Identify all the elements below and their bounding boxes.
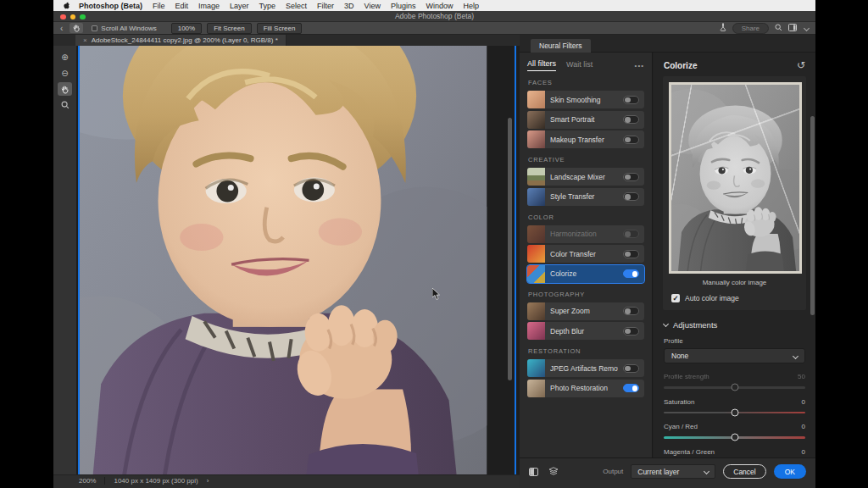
- filter-toggle[interactable]: [623, 364, 639, 373]
- more-options-icon[interactable]: •••: [635, 62, 644, 69]
- status-divider: [104, 477, 105, 485]
- filter-thumbnail: [527, 130, 545, 148]
- menubar-item-layer[interactable]: Layer: [225, 2, 254, 10]
- fill-screen-button[interactable]: Fill Screen: [257, 23, 303, 34]
- chevron-down-icon: [793, 352, 798, 358]
- menubar-item-file[interactable]: File: [147, 2, 170, 10]
- filter-item-smart-portrait[interactable]: Smart Portrait: [527, 111, 644, 129]
- menubar-item-app[interactable]: Photoshop (Beta): [74, 2, 147, 10]
- tool-strip: ⊕ ⊖: [53, 46, 76, 474]
- fit-screen-button[interactable]: Fit Screen: [207, 23, 251, 34]
- filter-item-landscape-mixer[interactable]: Landscape Mixer: [527, 168, 644, 186]
- slider-track[interactable]: [664, 412, 805, 414]
- slider-track[interactable]: [664, 386, 805, 389]
- cancel-button[interactable]: Cancel: [723, 464, 765, 479]
- minimize-window-button[interactable]: [70, 14, 76, 20]
- zoom-100-button[interactable]: 100%: [171, 23, 202, 34]
- back-chevron-icon[interactable]: ‹: [53, 24, 70, 33]
- adjustments-title[interactable]: Adjustments: [673, 320, 717, 330]
- filter-item-style-transfer[interactable]: Style Transfer: [527, 188, 644, 206]
- slider-handle[interactable]: [731, 384, 738, 391]
- ok-button[interactable]: OK: [774, 464, 806, 479]
- canvas-scrollbar[interactable]: [508, 118, 512, 380]
- zoom-in-tool-icon[interactable]: ⊕: [58, 50, 72, 64]
- filter-toggle[interactable]: [623, 307, 639, 315]
- filter-thumbnail: [527, 265, 545, 283]
- document-tab[interactable]: × AdobeStock_24844411 copy2.jpg @ 200% (…: [75, 35, 287, 46]
- preview-split-icon[interactable]: [529, 464, 538, 480]
- status-chevron-icon[interactable]: ›: [207, 477, 209, 485]
- slider-handle[interactable]: [731, 408, 738, 416]
- menubar-item-image[interactable]: Image: [193, 2, 225, 10]
- neural-filters-tab[interactable]: Neural Filters: [531, 39, 591, 53]
- filter-item-color-transfer[interactable]: Color Transfer: [527, 245, 644, 263]
- filter-item-jpeg-artifacts-removal[interactable]: JPEG Artifacts Removal: [527, 359, 644, 377]
- menubar-item-3d[interactable]: 3D: [339, 2, 359, 10]
- beta-flask-icon[interactable]: [720, 23, 726, 33]
- share-button[interactable]: Share: [732, 23, 769, 34]
- menubar-item-type[interactable]: Type: [254, 2, 281, 10]
- filter-toggle[interactable]: [623, 96, 639, 104]
- chevron-down-icon: [804, 25, 810, 30]
- menubar-item-view[interactable]: View: [359, 2, 386, 10]
- menubar-item-select[interactable]: Select: [281, 2, 312, 10]
- zoom-out-tool-icon[interactable]: ⊖: [58, 66, 72, 80]
- document-tab-title: AdobeStock_24844411 copy2.jpg @ 200% (La…: [92, 36, 278, 44]
- filter-toggle[interactable]: [623, 384, 639, 392]
- detail-title: Colorize: [664, 61, 697, 70]
- menubar-item-edit[interactable]: Edit: [170, 2, 194, 10]
- workspace-switcher-icon[interactable]: [788, 24, 797, 33]
- hand-tool-active-icon[interactable]: [58, 82, 72, 96]
- canvas[interactable]: [76, 46, 520, 474]
- filter-toggle[interactable]: [623, 115, 639, 124]
- cyan-red-slider-row: Cyan / Red 0: [664, 423, 805, 439]
- auto-color-checkbox[interactable]: ✓: [671, 294, 680, 302]
- tab-all-filters[interactable]: All filters: [527, 59, 556, 71]
- filter-item-skin-smoothing[interactable]: Skin Smoothing: [527, 91, 644, 108]
- filter-toggle[interactable]: [623, 230, 639, 238]
- filter-toggle[interactable]: [623, 173, 639, 181]
- collapse-chevron-icon[interactable]: [663, 321, 669, 327]
- slider-value: 0: [802, 448, 805, 456]
- filter-thumbnail: [527, 359, 545, 377]
- filter-item-photo-restoration[interactable]: Photo Restoration: [527, 380, 644, 397]
- filter-toggle[interactable]: [623, 327, 639, 336]
- hand-tool-icon[interactable]: [70, 23, 83, 33]
- reset-icon[interactable]: ↺: [797, 59, 805, 71]
- filter-item-harmonization[interactable]: Harmonization: [527, 225, 644, 243]
- layers-icon[interactable]: [548, 464, 559, 480]
- filter-label: Style Transfer: [550, 192, 618, 201]
- filter-thumbnail: [527, 380, 545, 397]
- filter-item-depth-blur[interactable]: Depth Blur: [527, 322, 644, 340]
- filter-toggle[interactable]: [623, 269, 639, 278]
- preview-caption: Manually color image: [669, 279, 800, 286]
- filter-toggle[interactable]: [623, 250, 639, 258]
- close-window-button[interactable]: [60, 14, 66, 20]
- screenshot-stage: Photoshop (Beta) File Edit Image Layer T…: [0, 0, 868, 488]
- output-dropdown[interactable]: Current layer: [631, 464, 715, 479]
- filter-item-super-zoom[interactable]: Super Zoom: [527, 302, 644, 320]
- filter-toggle[interactable]: [623, 192, 639, 201]
- detail-scrollbar[interactable]: [810, 116, 815, 315]
- zoom-window-button[interactable]: [80, 14, 86, 20]
- section-header-faces: FACES: [528, 79, 643, 86]
- slider-handle[interactable]: [731, 434, 738, 441]
- filter-item-colorize[interactable]: Colorize: [527, 265, 644, 283]
- menubar-item-window[interactable]: Window: [421, 2, 459, 10]
- menubar-item-plugins[interactable]: Plugins: [386, 2, 421, 10]
- search-icon[interactable]: [775, 24, 782, 33]
- menubar-item-help[interactable]: Help: [459, 2, 485, 10]
- tab-wait-list[interactable]: Wait list: [566, 60, 593, 71]
- close-tab-icon[interactable]: ×: [83, 36, 87, 44]
- filter-item-makeup-transfer[interactable]: Makeup Transfer: [527, 130, 644, 148]
- preview-image[interactable]: [669, 82, 802, 274]
- filter-toggle[interactable]: [623, 136, 639, 144]
- status-zoom-level[interactable]: 200%: [79, 477, 96, 485]
- menubar-item-filter[interactable]: Filter: [312, 2, 339, 10]
- slider-track[interactable]: [664, 436, 805, 439]
- filter-label: Smart Portrait: [550, 115, 618, 124]
- scroll-all-windows-checkbox[interactable]: [92, 25, 97, 31]
- zoom-search-tool-icon[interactable]: [58, 98, 72, 112]
- profile-dropdown[interactable]: None: [664, 348, 805, 363]
- apple-logo-icon[interactable]: [62, 1, 74, 10]
